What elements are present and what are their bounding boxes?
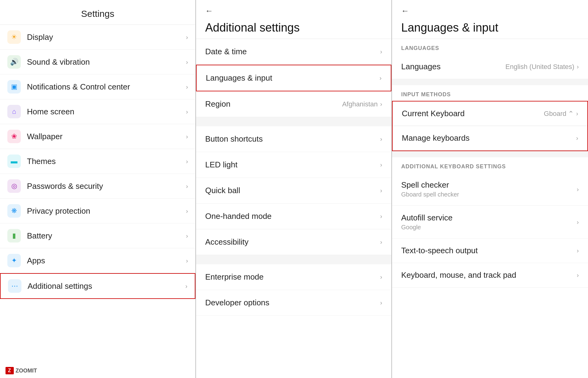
wallpaper-icon: ❀ [7,130,21,143]
menu-spacer [196,255,391,264]
right-item-languages_item[interactable]: Languages English (United States) › [392,55,588,79]
settings-list: ☀ Display › 🔊 Sound & vibration › ▣ Noti… [0,25,195,299]
enterprise-label: Enterprise mode [205,272,380,282]
region-value: Afghanistan [342,100,378,108]
languages-chevron: › [379,74,382,82]
section-label-input_methods: INPUT METHODS [392,85,588,101]
themes-chevron: › [186,158,188,165]
current_keyboard-label: Current Keyboard [402,109,544,118]
sidebar-item-additional[interactable]: ⋯ Additional settings › [0,273,195,299]
watermark-text: ZOOMIT [16,368,37,374]
spell_checker-label: Spell checker [401,180,577,190]
middle-item-one_handed[interactable]: One-handed mode › [196,204,391,229]
right-item-tts[interactable]: Text-to-speech output › [392,239,588,263]
middle-item-developer[interactable]: Developer options › [196,290,391,316]
spell_checker-chevron: › [577,186,579,193]
section-divider [392,151,588,157]
middle-item-region[interactable]: Region Afghanistan › [196,91,391,117]
display-icon: ☀ [7,30,21,44]
battery-chevron: › [186,232,188,239]
wallpaper-label: Wallpaper [27,132,186,141]
button_shortcuts-label: Button shortcuts [205,134,380,144]
sidebar-item-notifications[interactable]: ▣ Notifications & Control center › [0,74,195,99]
led_light-chevron: › [380,161,382,168]
display-chevron: › [186,34,188,41]
section-label-additional_keyboard: ADDITIONAL KEYBOARD SETTINGS [392,157,588,173]
middle-item-led_light[interactable]: LED light › [196,152,391,178]
button_shortcuts-chevron: › [380,136,382,143]
languages_item-chevron: › [577,63,579,70]
additional-chevron: › [185,283,187,290]
region-chevron: › [380,101,382,108]
sidebar-item-themes[interactable]: ▬ Themes › [0,149,195,174]
themes-icon: ▬ [7,155,21,168]
middle-panel: ← Additional settings Date & time › Lang… [196,0,392,378]
accessibility-label: Accessibility [205,237,380,247]
privacy-icon: ❋ [7,204,21,218]
current_keyboard-content: Current Keyboard [402,109,544,118]
right-item-current_keyboard[interactable]: Current Keyboard Gboard ⌃ › [393,101,587,126]
notifications-chevron: › [186,83,188,90]
homescreen-chevron: › [186,108,188,115]
sidebar-item-sound[interactable]: 🔊 Sound & vibration › [0,50,195,74]
quick_ball-label: Quick ball [205,186,380,195]
homescreen-label: Home screen [27,107,186,116]
languages-label: Languages & input [206,73,379,83]
sidebar-item-apps[interactable]: ✦ Apps › [0,248,195,273]
developer-label: Developer options [205,298,380,307]
apps-chevron: › [186,257,188,264]
left-panel-title: Settings [0,0,195,25]
right-item-keyboard_mouse[interactable]: Keyboard, mouse, and track pad › [392,263,588,288]
middle-item-quick_ball[interactable]: Quick ball › [196,178,391,204]
languages-input-sections: LANGUAGES Languages English (United Stat… [392,39,588,288]
watermark: Z ZOOMIT [2,366,40,376]
keyboard_mouse-label: Keyboard, mouse, and track pad [401,270,577,280]
enterprise-chevron: › [380,273,382,281]
right-item-manage_keyboards[interactable]: Manage keyboards › [393,126,587,151]
sidebar-item-homescreen[interactable]: ⌂ Home screen › [0,99,195,124]
current_keyboard-chevron: › [576,110,578,117]
languages_item-value: English (United States) [505,63,574,71]
quick_ball-chevron: › [380,187,382,194]
middle-item-datetime[interactable]: Date & time › [196,39,391,65]
additional-label: Additional settings [28,281,185,291]
spell_checker-content: Spell checker Gboard spell checker [401,180,577,198]
sidebar-item-wallpaper[interactable]: ❀ Wallpaper › [0,124,195,149]
keyboard_mouse-content: Keyboard, mouse, and track pad [401,270,577,280]
sidebar-item-privacy[interactable]: ❋ Privacy protection › [0,199,195,223]
manage_keyboards-chevron: › [576,135,578,142]
sidebar-item-battery[interactable]: ▮ Battery › [0,223,195,248]
spell_checker-sublabel: Gboard spell checker [401,191,577,198]
right-panel-title: Languages & input [401,21,579,34]
section-label-languages: LANGUAGES [392,39,588,55]
autofill-content: Autofill service Google [401,213,577,231]
keyboard_mouse-chevron: › [577,272,579,279]
tts-chevron: › [577,247,579,254]
middle-item-enterprise[interactable]: Enterprise mode › [196,264,391,290]
display-label: Display [27,32,186,42]
right-panel-header: ← Languages & input [392,0,588,39]
input-methods-box: Current Keyboard Gboard ⌃ › Manage keybo… [392,101,588,151]
languages_item-label: Languages [401,62,505,71]
right-back-button[interactable]: ← [401,6,409,16]
middle-item-button_shortcuts[interactable]: Button shortcuts › [196,126,391,152]
right-item-spell_checker[interactable]: Spell checker Gboard spell checker › [392,173,588,206]
right-item-autofill[interactable]: Autofill service Google › [392,206,588,239]
middle-back-button[interactable]: ← [205,6,213,16]
sound-chevron: › [186,59,188,66]
sound-label: Sound & vibration [27,57,186,67]
sidebar-item-display[interactable]: ☀ Display › [0,25,195,50]
middle-item-languages[interactable]: Languages & input › [196,65,391,91]
battery-label: Battery [27,231,186,241]
middle-item-accessibility[interactable]: Accessibility › [196,229,391,255]
menu-spacer [196,117,391,126]
sidebar-item-passwords[interactable]: ◎ Passwords & security › [0,174,195,199]
current_keyboard-value: Gboard ⌃ [544,110,574,118]
watermark-logo: Z [6,367,14,374]
passwords-chevron: › [186,183,188,190]
datetime-chevron: › [380,48,382,55]
tts-label: Text-to-speech output [401,246,577,255]
middle-panel-header: ← Additional settings [196,0,391,39]
manage_keyboards-label: Manage keyboards [402,133,576,143]
homescreen-icon: ⌂ [7,105,21,118]
